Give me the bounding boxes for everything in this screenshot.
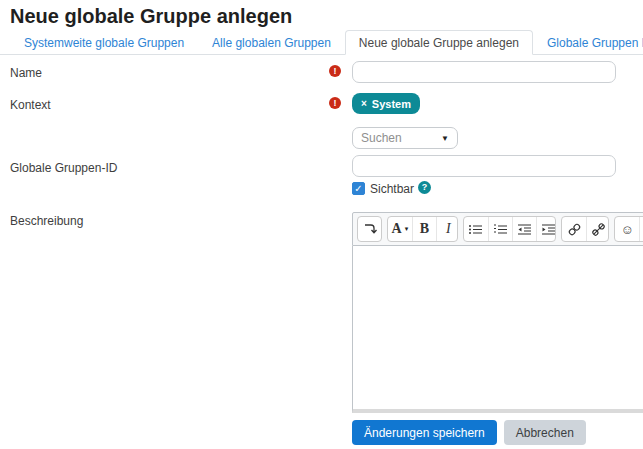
- unlink-icon: [591, 222, 606, 237]
- context-search-select[interactable]: Suchen ▼: [352, 127, 458, 149]
- context-search-value: Suchen: [361, 131, 402, 145]
- tab-alle-globalen-gruppen[interactable]: Alle globalen Gruppen: [198, 30, 345, 55]
- ordered-list-icon: [493, 223, 508, 236]
- sichtbar-label: Sichtbar: [370, 182, 414, 196]
- chevron-down-icon: ▾: [405, 225, 409, 233]
- italic-button[interactable]: I: [436, 217, 458, 241]
- unlink-button[interactable]: [586, 217, 609, 241]
- link-button[interactable]: [562, 217, 586, 241]
- page-title: Neue globale Gruppe anlegen: [10, 5, 292, 28]
- expand-toolbar-icon: [363, 222, 377, 236]
- remove-tag-icon[interactable]: ×: [361, 98, 367, 109]
- expand-toolbar-button[interactable]: [358, 217, 382, 241]
- name-input[interactable]: [352, 61, 616, 83]
- save-button[interactable]: Änderungen speichern: [352, 420, 497, 445]
- unordered-list-button[interactable]: [464, 217, 488, 241]
- gruppen-id-input[interactable]: [352, 155, 616, 177]
- outdent-icon: [517, 223, 532, 236]
- help-icon[interactable]: ?: [418, 181, 431, 194]
- tab-systemweite-globale-gruppen[interactable]: Systemweite globale Gruppen: [10, 30, 198, 55]
- cohort-create-page: Neue globale Gruppe anlegen Systemweite …: [0, 0, 643, 449]
- editor-toolbar: A ▾ B I: [352, 212, 643, 246]
- chevron-down-icon: ▼: [441, 134, 449, 143]
- context-tag-label: System: [372, 98, 411, 110]
- bold-button[interactable]: B: [412, 217, 436, 241]
- required-icon: !: [329, 97, 341, 109]
- cancel-button[interactable]: Abbrechen: [504, 420, 586, 445]
- tab-neue-globale-gruppe-anlegen[interactable]: Neue globale Gruppe anlegen: [345, 30, 533, 55]
- italic-icon: I: [446, 221, 451, 237]
- beschreibung-label: Beschreibung: [10, 214, 83, 228]
- context-tag-system[interactable]: × System: [352, 93, 420, 114]
- name-label: Name: [10, 66, 42, 80]
- emoticon-icon: ☺: [621, 222, 634, 237]
- required-icon: !: [329, 65, 341, 77]
- emoticon-button[interactable]: ☺: [615, 217, 639, 241]
- font-style-icon: A: [392, 221, 402, 237]
- tab-bar: Systemweite globale Gruppen Alle globale…: [0, 30, 643, 55]
- rich-text-editor: A ▾ B I: [352, 212, 643, 413]
- indent-button[interactable]: [536, 217, 557, 241]
- unordered-list-icon: [468, 223, 483, 236]
- insert-image-button[interactable]: [639, 217, 643, 241]
- tab-globale-gruppen-hochladen[interactable]: Globale Gruppen hochladen: [533, 30, 643, 55]
- indent-icon: [541, 223, 556, 236]
- font-style-button[interactable]: A ▾: [388, 217, 412, 241]
- form-actions: Änderungen speichern Abbrechen: [352, 420, 586, 445]
- gruppen-id-label: Globale Gruppen-ID: [10, 161, 117, 175]
- bold-icon: B: [420, 221, 429, 237]
- beschreibung-editor-area[interactable]: [352, 246, 643, 413]
- sichtbar-checkbox[interactable]: ✓: [352, 182, 365, 195]
- ordered-list-button[interactable]: [488, 217, 512, 241]
- link-icon: [567, 222, 582, 237]
- kontext-label: Kontext: [10, 98, 51, 112]
- outdent-button[interactable]: [512, 217, 536, 241]
